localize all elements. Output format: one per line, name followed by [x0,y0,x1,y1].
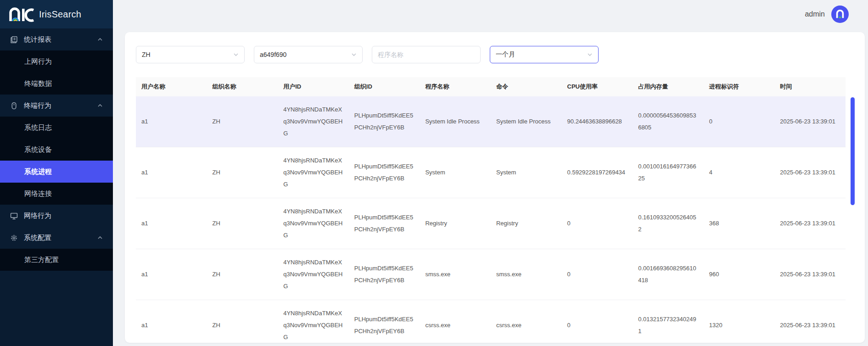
cell-pid: 0 [704,96,775,147]
cell-user: a1 [136,96,207,147]
col-time: 时间 [774,77,846,96]
avatar-logo-icon [835,9,845,19]
sidebar-item-system-device[interactable]: 系统设备 [0,139,113,161]
cell-org-id: PLHpumDt5iff5KdEE5PCHh2njVFpEY6B [349,96,420,147]
sidebar-item-label: 系统设备 [24,145,52,154]
sidebar-group-statistics[interactable]: 统计报表 [0,28,113,50]
sidebar-group-terminal-behavior[interactable]: 终端行为 [0,95,113,117]
process-table: 用户名称 组织名称 用户ID 组织ID 程序名称 命令 CPU使用率 占用内存量… [136,77,846,343]
time-range-select-value: 一个月 [496,50,515,59]
chevron-up-icon [97,103,103,108]
sidebar-item-label: 第三方配置 [24,256,59,264]
table-row[interactable]: a1 ZH 4YN8hjsRNDaTMKeXq3Nov9VmwYQGBEHG P… [136,300,846,343]
filter-bar: ZH a649f690 一个月 [125,32,865,63]
sidebar-item-web-behavior[interactable]: 上网行为 [0,50,113,73]
sidebar-item-label: 系统进程 [24,167,52,176]
cell-memory: 0.01321577323402491 [633,300,704,343]
cell-command: System Idle Process [491,96,562,147]
cell-user: a1 [136,300,207,343]
cell-command: smss.exe [491,249,562,300]
col-memory: 占用内存量 [633,77,704,96]
sidebar-group-label: 统计报表 [24,35,91,44]
chevron-up-icon [97,37,103,42]
cell-command: System [491,147,562,198]
time-range-select[interactable]: 一个月 [490,46,599,63]
gear-icon [10,234,18,242]
col-org: 组织名称 [207,77,278,96]
cell-program: smss.exe [420,249,491,300]
sidebar-item-label: 网络连接 [24,190,52,198]
sidebar-item-system-log[interactable]: 系统日志 [0,117,113,139]
cell-user: a1 [136,198,207,249]
cell-command: csrss.exe [491,300,562,343]
program-name-input[interactable] [372,46,481,63]
cell-user-id: 4YN8hjsRNDaTMKeXq3Nov9VmwYQGBEHG [278,300,349,343]
sidebar-item-terminal-data[interactable]: 终端数据 [0,73,113,95]
avatar[interactable] [831,6,849,23]
table-row[interactable]: a1 ZH 4YN8hjsRNDaTMKeXq3Nov9VmwYQGBEHG P… [136,198,846,249]
sidebar-item-system-process[interactable]: 系统进程 [0,161,113,183]
cell-org: ZH [207,198,278,249]
cell-memory: 0.0016693608295610418 [633,249,704,300]
chevron-down-icon [587,52,593,57]
cell-org-id: PLHpumDt5iff5KdEE5PCHh2njVFpEY6B [349,249,420,300]
sidebar-item-network-connection[interactable]: 网络连接 [0,183,113,205]
cell-org-id: PLHpumDt5iff5KdEE5PCHh2njVFpEY6B [349,300,420,343]
sidebar-group-label: 系统配置 [24,234,91,242]
submenu-statistics: 上网行为 终端数据 [0,50,113,95]
brand-header[interactable]: IrisSearch [0,0,113,28]
cell-org: ZH [207,96,278,147]
col-program: 程序名称 [420,77,491,96]
cell-org-id: PLHpumDt5iff5KdEE5PCHh2njVFpEY6B [349,198,420,249]
cell-user-id: 4YN8hjsRNDaTMKeXq3Nov9VmwYQGBEHG [278,96,349,147]
topbar: admin [113,0,868,28]
cell-time: 2025-06-23 13:39:01 [774,249,846,300]
submenu-system-config: 第三方配置 [0,249,113,271]
scrollbar-thumb[interactable] [851,97,855,205]
cell-time: 2025-06-23 13:39:01 [774,96,846,147]
col-cpu: CPU使用率 [562,77,633,96]
cell-program: System Idle Process [420,96,491,147]
cell-pid: 368 [704,198,775,249]
mouse-icon [10,102,18,110]
cell-org: ZH [207,300,278,343]
brand-name: IrisSearch [39,9,81,20]
device-select[interactable]: a649f690 [254,46,363,63]
cell-org-id: PLHpumDt5iff5KdEE5PCHh2njVFpEY6B [349,147,420,198]
sidebar-group-system-config[interactable]: 系统配置 [0,227,113,249]
col-pid: 进程标识符 [704,77,775,96]
sidebar-item-label: 系统日志 [24,123,52,132]
cell-user: a1 [136,249,207,300]
table-row[interactable]: a1 ZH 4YN8hjsRNDaTMKeXq3Nov9VmwYQGBEHG P… [136,147,846,198]
cell-time: 2025-06-23 13:39:01 [774,147,846,198]
col-command: 命令 [491,77,562,96]
chevron-down-icon [351,52,357,57]
submenu-terminal-behavior: 系统日志 系统设备 系统进程 网络连接 [0,117,113,205]
cell-org: ZH [207,249,278,300]
monitor-icon [10,212,18,220]
cell-time: 2025-06-23 13:39:01 [774,300,846,343]
report-icon [10,36,18,44]
cell-user-id: 4YN8hjsRNDaTMKeXq3Nov9VmwYQGBEHG [278,249,349,300]
col-user-id: 用户ID [278,77,349,96]
org-select[interactable]: ZH [136,46,245,63]
cell-pid: 4 [704,147,775,198]
table-row[interactable]: a1 ZH 4YN8hjsRNDaTMKeXq3Nov9VmwYQGBEHG P… [136,96,846,147]
cell-program: System [420,147,491,198]
cell-time: 2025-06-23 13:39:01 [774,198,846,249]
sidebar-group-label: 终端行为 [24,101,91,110]
table-row[interactable]: a1 ZH 4YN8hjsRNDaTMKeXq3Nov9VmwYQGBEHG P… [136,249,846,300]
chevron-down-icon [233,52,239,57]
sidebar-item-thirdparty-config[interactable]: 第三方配置 [0,249,113,271]
chevron-up-icon [97,235,103,240]
col-org-id: 组织ID [349,77,420,96]
sidebar-group-label: 网络行为 [24,212,103,220]
cell-memory: 0.16109332005264052 [633,198,704,249]
cell-cpu: 0 [562,198,633,249]
username: admin [805,10,825,18]
sidebar-item-network-behavior[interactable]: 网络行为 [0,205,113,227]
sidebar-item-label: 终端数据 [24,79,52,88]
cell-cpu: 90.24463638896628 [562,96,633,147]
cell-pid: 960 [704,249,775,300]
cell-user: a1 [136,147,207,198]
